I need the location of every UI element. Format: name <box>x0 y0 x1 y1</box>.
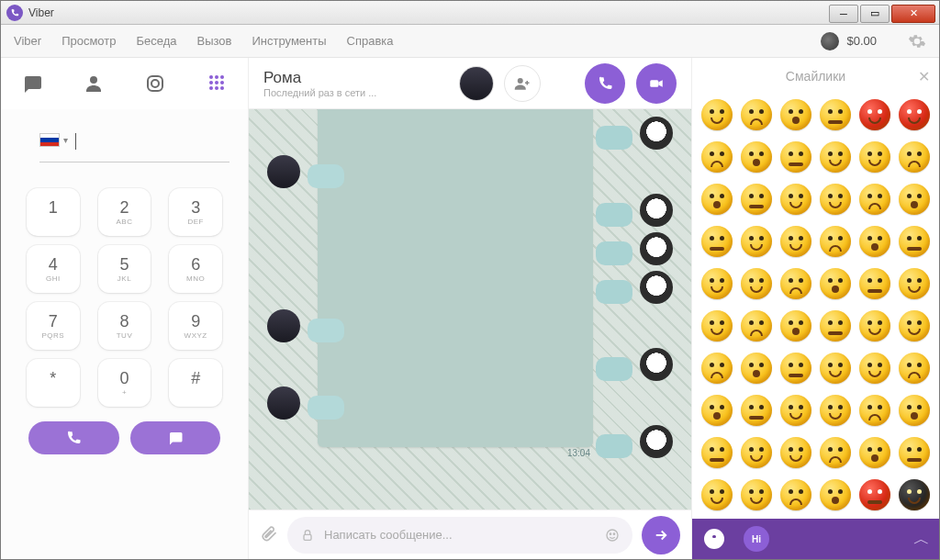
menu-viber[interactable]: Viber <box>14 34 41 48</box>
send-button[interactable] <box>642 516 680 554</box>
contact-avatar[interactable] <box>460 67 493 100</box>
settings-gear-icon[interactable] <box>908 32 926 50</box>
emoji[interactable] <box>815 137 855 177</box>
maximize-button[interactable]: ▭ <box>860 5 890 23</box>
menu-tools[interactable]: Инструменты <box>252 34 327 48</box>
emoji[interactable] <box>894 263 934 304</box>
image-message[interactable] <box>318 109 593 447</box>
emoji[interactable] <box>815 306 855 346</box>
menu-conversation[interactable]: Беседа <box>137 34 177 48</box>
message-bubble[interactable] <box>308 164 344 188</box>
dial-key-#[interactable]: # <box>169 359 222 407</box>
emoji[interactable] <box>698 475 737 515</box>
emoji[interactable] <box>737 475 777 515</box>
emoji[interactable] <box>815 475 855 515</box>
dial-key-2[interactable]: 2ABC <box>98 188 151 236</box>
emoji-input-icon[interactable] <box>605 528 620 543</box>
emoji[interactable] <box>855 475 894 515</box>
emoji[interactable] <box>815 221 855 262</box>
tab-contacts-icon[interactable] <box>73 63 114 104</box>
emoji[interactable] <box>894 390 934 431</box>
sticker-tab-hi[interactable]: Hi <box>744 526 769 552</box>
message-button[interactable] <box>130 421 221 454</box>
emoji[interactable] <box>698 179 737 219</box>
emoji[interactable] <box>815 95 855 135</box>
emoji[interactable] <box>894 475 934 515</box>
dial-key-0[interactable]: 0+ <box>98 359 151 407</box>
close-button[interactable]: ✕ <box>891 5 935 23</box>
emoji[interactable] <box>855 348 894 388</box>
emoji[interactable] <box>737 95 777 135</box>
emoji[interactable] <box>777 221 816 262</box>
attach-icon[interactable] <box>260 524 278 546</box>
video-call-button[interactable] <box>636 63 677 104</box>
dial-key-1[interactable]: 1 <box>27 188 80 236</box>
emoji[interactable] <box>855 221 894 262</box>
emoji[interactable] <box>855 179 894 219</box>
country-selector[interactable]: ▾ <box>39 133 68 147</box>
emoji[interactable] <box>894 348 934 388</box>
emoji[interactable] <box>777 95 816 135</box>
dial-key-5[interactable]: 5JKL <box>98 245 151 293</box>
message-bubble[interactable] <box>596 203 632 227</box>
emoji[interactable] <box>815 263 855 304</box>
emoji[interactable] <box>737 179 777 219</box>
emoji[interactable] <box>894 179 934 219</box>
emoji[interactable] <box>737 137 777 177</box>
emoji[interactable] <box>815 179 855 219</box>
message-bubble[interactable] <box>596 126 632 150</box>
sticker-close-icon[interactable]: ✕ <box>918 68 930 85</box>
voice-call-button[interactable] <box>28 421 119 454</box>
dial-key-6[interactable]: 6MNO <box>169 245 222 293</box>
emoji[interactable] <box>777 179 816 219</box>
dial-key-4[interactable]: 4GHI <box>27 245 80 293</box>
emoji[interactable] <box>777 348 816 388</box>
emoji[interactable] <box>815 348 855 388</box>
dial-key-9[interactable]: 9WXYZ <box>169 302 222 350</box>
emoji[interactable] <box>737 221 777 262</box>
tab-chats-icon[interactable] <box>12 63 52 104</box>
emoji[interactable] <box>698 306 737 346</box>
emoji[interactable] <box>698 432 737 473</box>
emoji[interactable] <box>855 137 894 177</box>
emoji[interactable] <box>815 432 855 473</box>
add-contact-button[interactable] <box>504 65 541 102</box>
emoji[interactable] <box>698 137 737 177</box>
menu-call[interactable]: Вызов <box>197 34 232 48</box>
emoji[interactable] <box>894 137 934 177</box>
message-bubble[interactable] <box>308 396 344 420</box>
emoji[interactable] <box>815 390 855 431</box>
emoji[interactable] <box>698 390 737 431</box>
sticker-tab-emoji[interactable] <box>701 526 727 552</box>
emoji[interactable] <box>737 306 777 346</box>
emoji[interactable] <box>855 306 894 346</box>
tab-dialpad-icon[interactable] <box>196 63 237 104</box>
chevron-up-icon[interactable]: ︿ <box>913 528 930 550</box>
emoji[interactable] <box>894 95 934 135</box>
message-bubble[interactable] <box>596 280 632 304</box>
emoji[interactable] <box>737 432 777 473</box>
emoji[interactable] <box>698 263 737 304</box>
emoji[interactable] <box>737 390 777 431</box>
emoji[interactable] <box>737 348 777 388</box>
emoji[interactable] <box>698 221 737 262</box>
emoji[interactable] <box>737 263 777 304</box>
dial-key-8[interactable]: 8TUV <box>98 302 151 350</box>
emoji[interactable] <box>855 390 894 431</box>
message-input[interactable]: Написать сообщение... <box>287 517 632 554</box>
phone-input[interactable]: ▾ <box>39 133 229 162</box>
message-bubble[interactable] <box>596 241 632 265</box>
message-bubble[interactable] <box>308 319 344 342</box>
emoji[interactable] <box>777 475 816 515</box>
emoji[interactable] <box>855 432 894 473</box>
voice-call-header-button[interactable] <box>585 63 625 104</box>
emoji[interactable] <box>855 263 894 304</box>
emoji[interactable] <box>777 432 816 473</box>
messages-area[interactable]: 11:3611:5211:5211:5313:0413:04 <box>249 109 691 510</box>
tab-public-icon[interactable] <box>135 63 175 104</box>
balance[interactable]: $0.00 <box>821 32 877 50</box>
emoji[interactable] <box>777 390 816 431</box>
message-bubble[interactable] <box>596 357 632 381</box>
emoji[interactable] <box>855 95 894 135</box>
menu-help[interactable]: Справка <box>347 34 394 48</box>
